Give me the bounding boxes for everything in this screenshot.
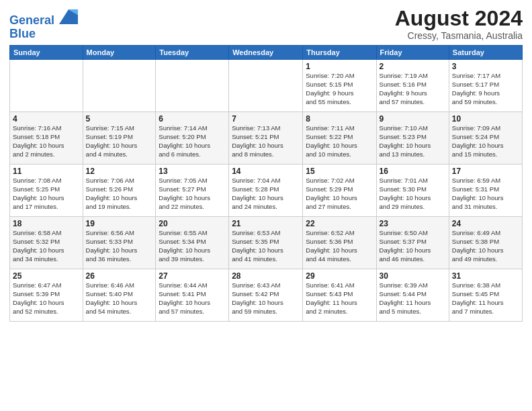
table-cell: 30Sunrise: 6:39 AM Sunset: 5:44 PM Dayli… [376,269,449,322]
day-info: Sunrise: 7:15 AM Sunset: 5:19 PM Dayligh… [86,124,153,158]
day-info: Sunrise: 6:52 AM Sunset: 5:36 PM Dayligh… [306,229,373,263]
table-cell: 10Sunrise: 7:09 AM Sunset: 5:24 PM Dayli… [449,112,522,165]
title-block: August 2024 Cressy, Tasmania, Australia [395,7,523,41]
page-container: General Blue August 2024 Cressy, Tasmani… [0,0,532,326]
table-cell: 7Sunrise: 7:13 AM Sunset: 5:21 PM Daylig… [229,112,303,165]
table-cell: 26Sunrise: 6:46 AM Sunset: 5:40 PM Dayli… [83,269,156,322]
day-info: Sunrise: 6:43 AM Sunset: 5:42 PM Dayligh… [232,281,300,316]
table-cell: 12Sunrise: 7:06 AM Sunset: 5:26 PM Dayli… [83,165,156,217]
day-info: Sunrise: 6:50 AM Sunset: 5:37 PM Dayligh… [380,229,446,263]
header-thursday: Thursday [303,46,376,60]
table-cell: 21Sunrise: 6:53 AM Sunset: 5:35 PM Dayli… [229,217,303,269]
table-cell: 1Sunrise: 7:20 AM Sunset: 5:15 PM Daylig… [303,60,376,112]
day-number: 5 [86,114,153,124]
table-cell [229,60,303,112]
day-info: Sunrise: 7:08 AM Sunset: 5:25 PM Dayligh… [13,177,80,211]
day-number: 25 [13,271,80,281]
table-cell: 6Sunrise: 7:14 AM Sunset: 5:20 PM Daylig… [156,112,229,165]
location: Cressy, Tasmania, Australia [395,30,523,41]
day-number: 3 [452,62,519,71]
day-number: 15 [306,167,373,176]
day-number: 4 [13,114,80,124]
table-cell: 27Sunrise: 6:44 AM Sunset: 5:41 PM Dayli… [156,269,229,322]
table-cell: 8Sunrise: 7:11 AM Sunset: 5:22 PM Daylig… [303,112,376,165]
table-cell: 3Sunrise: 7:17 AM Sunset: 5:17 PM Daylig… [449,60,522,112]
table-cell: 23Sunrise: 6:50 AM Sunset: 5:37 PM Dayli… [376,217,449,269]
table-cell: 19Sunrise: 6:56 AM Sunset: 5:33 PM Dayli… [83,217,156,269]
header-wednesday: Wednesday [229,46,303,60]
table-cell: 11Sunrise: 7:08 AM Sunset: 5:25 PM Dayli… [10,165,83,217]
day-info: Sunrise: 6:53 AM Sunset: 5:35 PM Dayligh… [232,229,300,263]
header: General Blue August 2024 Cressy, Tasmani… [9,7,523,41]
day-number: 2 [380,62,446,71]
table-cell: 25Sunrise: 6:47 AM Sunset: 5:39 PM Dayli… [10,269,83,322]
day-info: Sunrise: 6:46 AM Sunset: 5:40 PM Dayligh… [86,281,153,316]
day-info: Sunrise: 6:38 AM Sunset: 5:45 PM Dayligh… [452,281,519,316]
day-number: 9 [380,114,446,124]
day-number: 12 [86,167,153,176]
table-cell: 13Sunrise: 7:05 AM Sunset: 5:27 PM Dayli… [156,165,229,217]
week-row-1: 1Sunrise: 7:20 AM Sunset: 5:15 PM Daylig… [10,60,523,112]
header-sunday: Sunday [10,46,83,60]
header-saturday: Saturday [449,46,522,60]
day-number: 13 [159,167,226,176]
week-row-5: 25Sunrise: 6:47 AM Sunset: 5:39 PM Dayli… [10,269,523,322]
day-number: 28 [232,271,300,281]
header-friday: Friday [376,46,449,60]
table-cell: 17Sunrise: 6:59 AM Sunset: 5:31 PM Dayli… [449,165,522,217]
day-number: 30 [380,271,446,281]
day-number: 22 [306,219,373,228]
day-info: Sunrise: 6:55 AM Sunset: 5:34 PM Dayligh… [159,229,226,263]
day-info: Sunrise: 6:44 AM Sunset: 5:41 PM Dayligh… [159,281,226,316]
day-number: 10 [452,114,519,124]
day-number: 7 [232,114,300,124]
day-info: Sunrise: 7:09 AM Sunset: 5:24 PM Dayligh… [452,124,519,158]
table-cell [156,60,229,112]
table-cell: 24Sunrise: 6:49 AM Sunset: 5:38 PM Dayli… [449,217,522,269]
day-number: 19 [86,219,153,228]
day-info: Sunrise: 7:11 AM Sunset: 5:22 PM Dayligh… [306,124,373,158]
week-row-4: 18Sunrise: 6:58 AM Sunset: 5:32 PM Dayli… [10,217,523,269]
day-info: Sunrise: 7:16 AM Sunset: 5:18 PM Dayligh… [13,124,80,158]
day-info: Sunrise: 6:58 AM Sunset: 5:32 PM Dayligh… [13,229,80,263]
day-info: Sunrise: 7:04 AM Sunset: 5:28 PM Dayligh… [232,177,300,211]
day-number: 18 [13,219,80,228]
day-number: 6 [159,114,226,124]
table-cell: 31Sunrise: 6:38 AM Sunset: 5:45 PM Dayli… [449,269,522,322]
day-info: Sunrise: 6:41 AM Sunset: 5:43 PM Dayligh… [306,281,373,316]
day-info: Sunrise: 7:06 AM Sunset: 5:26 PM Dayligh… [86,177,153,211]
logo: General Blue [9,9,78,41]
day-info: Sunrise: 6:59 AM Sunset: 5:31 PM Dayligh… [452,177,519,211]
day-number: 27 [159,271,226,281]
day-info: Sunrise: 7:01 AM Sunset: 5:30 PM Dayligh… [380,177,446,211]
header-monday: Monday [83,46,156,60]
day-info: Sunrise: 7:19 AM Sunset: 5:16 PM Dayligh… [380,72,446,106]
logo-general: General [9,13,54,27]
table-cell: 5Sunrise: 7:15 AM Sunset: 5:19 PM Daylig… [83,112,156,165]
logo-text: General [9,9,78,28]
month-year: August 2024 [395,7,523,30]
logo-icon [59,9,78,24]
day-info: Sunrise: 6:56 AM Sunset: 5:33 PM Dayligh… [86,229,153,263]
day-info: Sunrise: 7:17 AM Sunset: 5:17 PM Dayligh… [452,72,519,106]
table-cell: 4Sunrise: 7:16 AM Sunset: 5:18 PM Daylig… [10,112,83,165]
table-cell: 9Sunrise: 7:10 AM Sunset: 5:23 PM Daylig… [376,112,449,165]
calendar-body: 1Sunrise: 7:20 AM Sunset: 5:15 PM Daylig… [10,60,523,322]
day-number: 14 [232,167,300,176]
calendar-header-row: Sunday Monday Tuesday Wednesday Thursday… [10,46,523,60]
table-cell: 16Sunrise: 7:01 AM Sunset: 5:30 PM Dayli… [376,165,449,217]
header-tuesday: Tuesday [156,46,229,60]
logo-blue: Blue [9,28,78,41]
table-cell [10,60,83,112]
table-cell: 14Sunrise: 7:04 AM Sunset: 5:28 PM Dayli… [229,165,303,217]
table-cell: 20Sunrise: 6:55 AM Sunset: 5:34 PM Dayli… [156,217,229,269]
day-number: 11 [13,167,80,176]
week-row-2: 4Sunrise: 7:16 AM Sunset: 5:18 PM Daylig… [10,112,523,165]
day-info: Sunrise: 7:05 AM Sunset: 5:27 PM Dayligh… [159,177,226,211]
day-number: 21 [232,219,300,228]
table-cell: 2Sunrise: 7:19 AM Sunset: 5:16 PM Daylig… [376,60,449,112]
day-number: 31 [452,271,519,281]
week-row-3: 11Sunrise: 7:08 AM Sunset: 5:25 PM Dayli… [10,165,523,217]
day-number: 26 [86,271,153,281]
day-info: Sunrise: 7:02 AM Sunset: 5:29 PM Dayligh… [306,177,373,211]
